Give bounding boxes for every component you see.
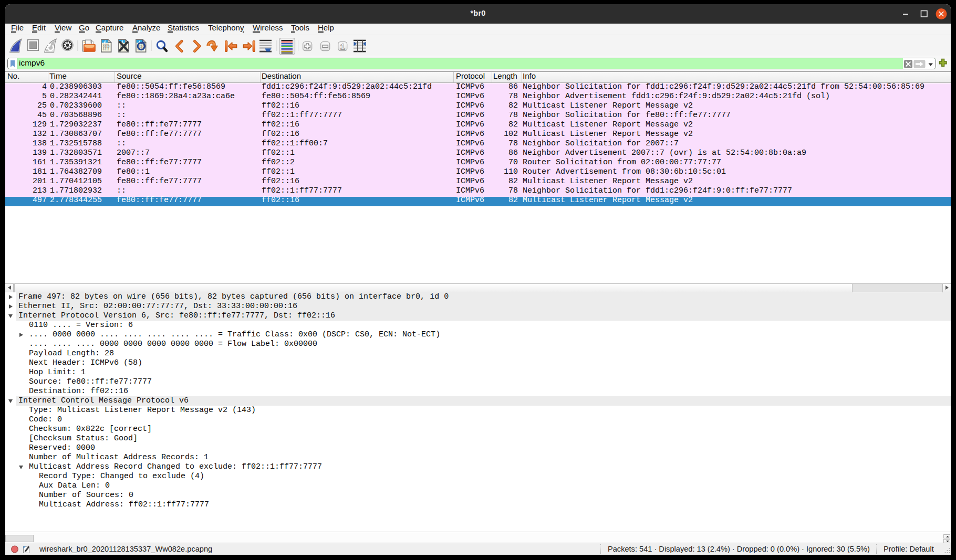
svg-text:0111: 0111 xyxy=(103,48,110,51)
svg-text:1: 1 xyxy=(340,42,345,51)
